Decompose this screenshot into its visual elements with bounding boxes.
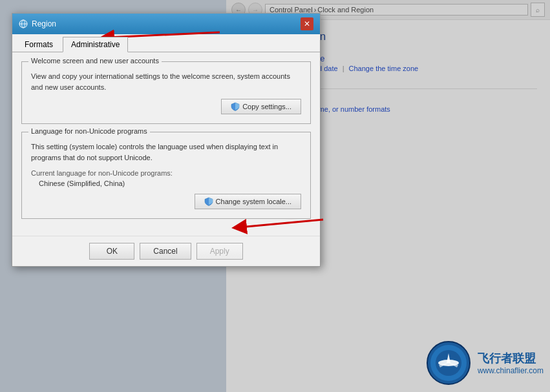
watermark: 飞行者联盟 www.chinaflier.com bbox=[426, 340, 544, 386]
non-unicode-text: This setting (system locale) controls th… bbox=[31, 141, 301, 163]
dialog-title: Region bbox=[32, 19, 56, 28]
change-locale-label: Change system locale... bbox=[216, 198, 291, 205]
non-unicode-section: Language for non-Unicode programs This s… bbox=[21, 132, 311, 219]
shield-icon-copy bbox=[231, 102, 240, 111]
region-title-icon bbox=[19, 19, 28, 28]
copy-settings-btn-container: Copy settings... bbox=[31, 99, 301, 114]
copy-settings-label: Copy settings... bbox=[242, 103, 291, 110]
watermark-url: www.chinaflier.com bbox=[478, 366, 544, 375]
change-system-locale-button[interactable]: Change system locale... bbox=[195, 194, 301, 209]
ok-button[interactable]: OK bbox=[89, 243, 134, 260]
dialog-footer: OK Cancel Apply bbox=[12, 236, 320, 266]
dialog-titlebar-left: Region bbox=[19, 19, 56, 28]
dialog-titlebar: Region ✕ bbox=[12, 14, 320, 34]
dialog-tabs: Formats Administrative bbox=[12, 34, 320, 52]
watermark-name: 飞行者联盟 bbox=[478, 351, 544, 366]
apply-button[interactable]: Apply bbox=[196, 243, 243, 260]
cancel-button[interactable]: Cancel bbox=[140, 243, 191, 260]
non-unicode-title: Language for non-Unicode programs bbox=[28, 127, 150, 135]
dialog-close-button[interactable]: ✕ bbox=[301, 17, 313, 30]
welcome-screen-section: Welcome screen and new user accounts Vie… bbox=[21, 61, 311, 124]
welcome-screen-text: View and copy your international setting… bbox=[31, 71, 301, 92]
change-locale-btn-container: Change system locale... bbox=[31, 194, 301, 209]
tab-administrative[interactable]: Administrative bbox=[63, 37, 128, 52]
dialog-body: Welcome screen and new user accounts Vie… bbox=[12, 52, 320, 236]
tab-formats[interactable]: Formats bbox=[16, 37, 61, 52]
welcome-screen-title: Welcome screen and new user accounts bbox=[28, 57, 162, 65]
current-locale-label: Current language for non-Unicode program… bbox=[31, 169, 301, 177]
watermark-text-block: 飞行者联盟 www.chinaflier.com bbox=[478, 351, 544, 375]
watermark-logo-icon bbox=[426, 340, 471, 386]
region-dialog: Region ✕ Formats Administrative Welcome … bbox=[12, 13, 321, 267]
current-locale-value: Chinese (Simplified, China) bbox=[39, 180, 301, 187]
shield-icon-locale bbox=[204, 197, 213, 206]
copy-settings-button[interactable]: Copy settings... bbox=[221, 99, 301, 114]
